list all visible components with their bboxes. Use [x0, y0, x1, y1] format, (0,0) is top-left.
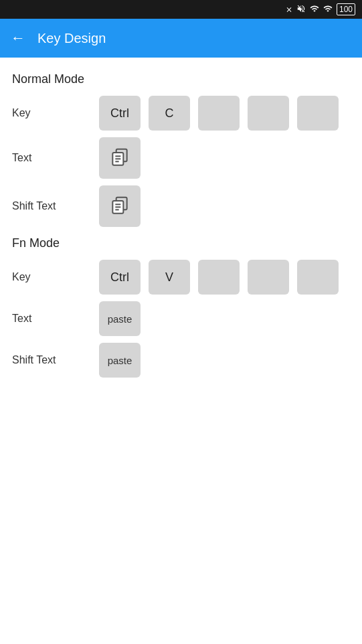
fn-key-empty-1[interactable]	[198, 260, 240, 295]
fn-mode-title: Fn Mode	[12, 236, 350, 250]
normal-key-ctrl[interactable]: Ctrl	[99, 96, 141, 131]
normal-shift-text-cell[interactable]	[99, 185, 141, 227]
mute-icon	[296, 4, 306, 15]
fn-shift-text-label: Shift Text	[12, 354, 99, 366]
fn-key-empty-2[interactable]	[248, 260, 289, 295]
copy-icon	[109, 146, 130, 170]
signal-icon	[310, 4, 319, 15]
fn-key-v[interactable]: V	[149, 260, 190, 295]
fn-text-row: Text paste	[12, 301, 350, 336]
status-bar: ⨯ 100	[0, 0, 362, 19]
normal-key-label: Key	[12, 107, 99, 119]
normal-key-cells: Ctrl C	[99, 96, 343, 131]
normal-key-c[interactable]: C	[149, 96, 190, 131]
fn-text-cell[interactable]: paste	[99, 301, 141, 336]
normal-key-row: Key Ctrl C	[12, 96, 350, 131]
fn-key-ctrl[interactable]: Ctrl	[99, 260, 141, 295]
fn-key-cells: Ctrl V	[99, 260, 343, 295]
copy-icon-2	[109, 194, 130, 218]
page-title: Key Design	[37, 31, 106, 46]
normal-key-empty-2[interactable]	[248, 96, 289, 131]
fn-key-label: Key	[12, 271, 99, 283]
normal-key-empty-3[interactable]	[297, 96, 339, 131]
wifi-icon	[323, 4, 333, 15]
bluetooth-icon: ⨯	[286, 5, 292, 14]
back-button[interactable]: ←	[11, 29, 25, 47]
fn-key-row: Key Ctrl V	[12, 260, 350, 295]
fn-text-label: Text	[12, 313, 99, 325]
normal-text-label: Text	[12, 152, 99, 164]
normal-text-cell[interactable]	[99, 137, 141, 179]
fn-key-empty-3[interactable]	[297, 260, 339, 295]
fn-shift-text-row: Shift Text paste	[12, 343, 350, 378]
app-bar: ← Key Design	[0, 19, 362, 58]
normal-shift-text-row: Shift Text	[12, 185, 350, 227]
content-area: Normal Mode Key Ctrl C Text Shift Text	[0, 58, 362, 398]
normal-key-empty-1[interactable]	[198, 96, 240, 131]
fn-shift-text-cell[interactable]: paste	[99, 343, 141, 378]
normal-shift-text-label: Shift Text	[12, 200, 99, 212]
normal-text-row: Text	[12, 137, 350, 179]
normal-mode-title: Normal Mode	[12, 72, 350, 86]
battery-indicator: 100	[337, 3, 355, 15]
